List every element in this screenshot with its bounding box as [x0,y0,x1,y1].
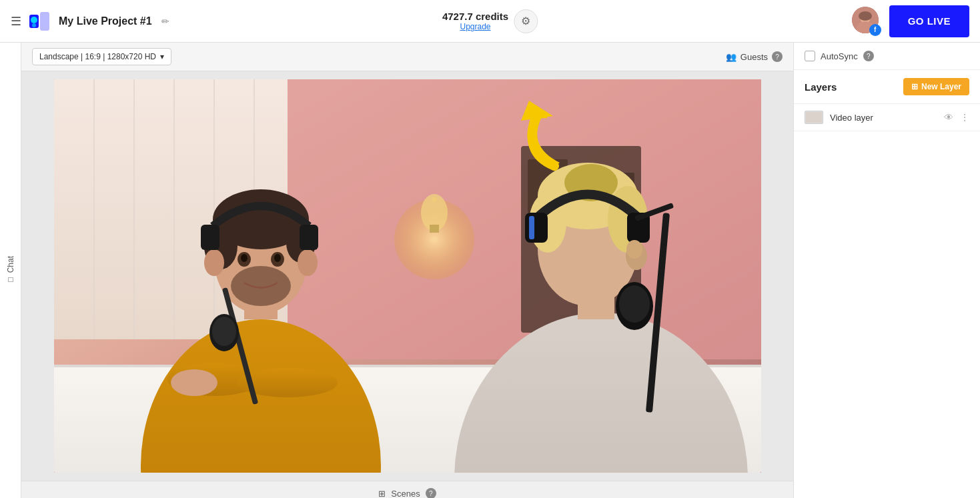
right-panel: AutoSync ? Layers ⊞ New Layer Video laye… [793,43,980,498]
credits-section: 4727.7 credits Upgrade [442,11,508,31]
scenes-help-icon[interactable]: ? [426,488,436,498]
facebook-badge: f [869,24,881,36]
hamburger-icon[interactable]: ☰ [11,14,21,29]
layer-thumbnail [805,111,823,124]
layers-header: Layers ⊞ New Layer [794,70,980,104]
scenes-label[interactable]: Scenes [391,489,420,499]
svg-rect-53 [525,213,548,243]
layers-list: Video layer 👁 ⋮ [794,104,980,498]
new-layer-button[interactable]: ⊞ New Layer [903,78,969,95]
guests-button[interactable]: 👥 Guests ? [726,51,783,62]
chevron-down-icon: ▾ [160,52,164,61]
svg-rect-19 [430,225,439,233]
scenes-icon: ⊞ [378,489,386,499]
more-options-icon[interactable]: ⋮ [960,112,969,123]
avatar-container[interactable]: f [852,7,881,36]
svg-rect-55 [529,216,534,239]
svg-rect-66 [806,112,822,123]
canvas-bottom-bar: ⊞ Scenes ? [21,481,793,498]
app-logo[interactable] [28,9,52,33]
layers-title: Layers [805,81,837,93]
header-left: ☰ My Live Project #1 ✏ [11,9,852,33]
new-layer-icon: ⊞ [911,82,918,91]
svg-point-1 [31,17,37,23]
chat-label[interactable]: □ Chat [6,256,15,285]
eye-icon[interactable]: 👁 [944,112,953,123]
chat-icon: □ [6,275,15,285]
layer-name: Video layer [830,113,937,123]
svg-rect-3 [40,12,49,31]
settings-button[interactable]: ⚙ [514,9,538,33]
svg-rect-34 [201,225,219,250]
svg-point-33 [298,249,318,276]
project-title: My Live Project #1 [59,15,152,27]
guests-help-icon[interactable]: ? [772,51,783,62]
canvas-toolbar: Landscape | 16:9 | 1280x720 HD ▾ 👥 Guest… [21,43,793,71]
svg-point-45 [212,317,236,346]
autosync-checkbox[interactable] [805,51,815,61]
svg-point-57 [626,240,642,259]
resolution-select[interactable]: Landscape | 16:9 | 1280x720 HD ▾ [32,48,171,65]
resolution-label: Landscape | 16:9 | 1280x720 HD [39,52,156,61]
layer-item[interactable]: Video layer 👁 ⋮ [794,104,980,131]
header-center: 4727.7 credits Upgrade ⚙ [442,9,538,33]
svg-point-32 [204,249,224,276]
new-layer-label: New Layer [921,82,961,91]
guests-label: Guests [741,52,768,62]
svg-point-42 [171,369,217,396]
autosync-label: AutoSync [821,51,858,61]
upgrade-link[interactable]: Upgrade [442,22,508,31]
credits-amount: 4727.7 credits [442,11,508,22]
header: ☰ My Live Project #1 ✏ 4727.7 credits Up… [0,0,980,43]
autosync-row: AutoSync ? [794,43,980,70]
svg-point-38 [241,254,248,262]
go-live-button[interactable]: GO LIVE [889,5,969,37]
svg-point-2 [32,23,36,27]
edit-icon[interactable]: ✏ [161,16,169,27]
gear-icon: ⚙ [521,15,530,27]
canvas-frame [21,71,793,481]
guests-icon: 👥 [726,52,737,62]
header-right: f GO LIVE [852,5,969,37]
podcast-scene [54,79,761,473]
svg-point-39 [274,254,281,262]
chat-panel[interactable]: □ Chat [0,43,21,498]
svg-point-31 [231,266,291,306]
svg-point-60 [619,285,650,323]
autosync-help-icon[interactable]: ? [863,51,874,61]
main-area: □ Chat Landscape | 16:9 | 1280x720 HD ▾ … [0,43,980,498]
svg-point-7 [859,11,872,21]
canvas-area: Landscape | 16:9 | 1280x720 HD ▾ 👥 Guest… [21,43,793,498]
video-canvas [54,79,761,473]
svg-rect-35 [300,225,318,250]
